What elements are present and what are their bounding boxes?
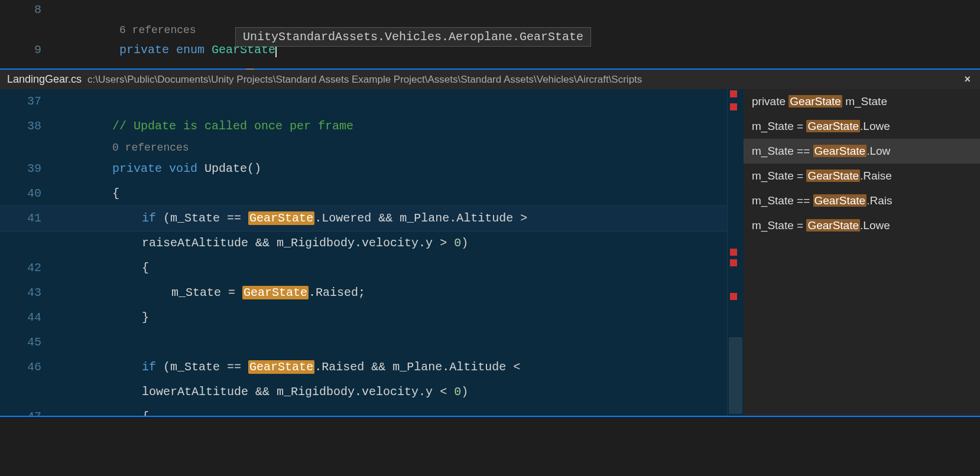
peek-file-name: LandingGear.cs xyxy=(7,73,82,86)
code-line-39: 39 private void Update() xyxy=(0,157,727,181)
keyword-enum: enum xyxy=(176,43,205,57)
line-number: 41 xyxy=(0,206,53,231)
scroll-marker xyxy=(730,90,737,97)
code-line-38: 38 // Update is called once per frame xyxy=(0,114,727,139)
reference-item[interactable]: m_State = GearState.Lowe xyxy=(744,114,980,139)
line-number: 40 xyxy=(0,181,53,206)
code-line-43: 43 m_State = GearState.Raised; xyxy=(0,281,727,305)
code-line-8: 8 xyxy=(0,0,980,20)
scroll-marker xyxy=(730,259,737,266)
reference-item[interactable]: private GearState m_State xyxy=(744,89,980,114)
code-line-46: 46 if (m_State == GearState.Raised && m_… xyxy=(0,355,727,380)
comment: // Update is called once per frame xyxy=(112,119,353,133)
code-line-46b: lowerAtAltitude && m_Rigidbody.velocity.… xyxy=(0,380,727,405)
highlighted-gearstate: GearState xyxy=(242,286,309,299)
references-panel[interactable]: private GearState m_State m_State = Gear… xyxy=(744,89,980,416)
line-number: 38 xyxy=(0,114,53,139)
peek-file-header: LandingGear.cs c:\Users\Public\Documents… xyxy=(0,70,980,89)
line-number: 43 xyxy=(0,281,53,305)
scrollbar-thumb[interactable] xyxy=(729,337,742,414)
code-lens-row[interactable]: 0 references xyxy=(0,139,727,157)
code-line-37: 37 xyxy=(0,89,727,114)
scroll-marker xyxy=(730,103,737,110)
line-number: 8 xyxy=(0,0,53,20)
scroll-marker xyxy=(730,293,737,300)
line-number: 42 xyxy=(0,256,53,281)
scrollbar-track[interactable] xyxy=(727,89,744,416)
peek-body: 37 38 // Update is called once per frame… xyxy=(0,89,980,417)
line-number: 9 xyxy=(0,40,53,60)
keyword-private: private xyxy=(119,43,169,57)
line-number: 39 xyxy=(0,157,53,181)
peek-code-editor[interactable]: 37 38 // Update is called once per frame… xyxy=(0,89,727,416)
reference-item[interactable]: m_State = GearState.Lowe xyxy=(744,213,980,238)
highlighted-gearstate: GearState xyxy=(248,211,314,225)
code-line-42: 42 { xyxy=(0,256,727,281)
code-line-47: 47 { xyxy=(0,405,727,416)
close-icon[interactable]: × xyxy=(964,73,971,86)
line-number: 44 xyxy=(0,305,53,330)
highlighted-gearstate: GearState xyxy=(248,360,314,374)
reference-item-selected[interactable]: m_State == GearState.Low xyxy=(744,139,980,164)
peek-file-path: c:\Users\Public\Documents\Unity Projects… xyxy=(87,74,642,86)
code-line-41b: raiseAtAltitude && m_Rigidbody.velocity.… xyxy=(0,231,727,256)
code-line-44: 44 } xyxy=(0,305,727,330)
code-line-40: 40 { xyxy=(0,181,727,206)
line-number: 47 xyxy=(0,405,53,416)
code-line-45: 45 xyxy=(0,330,727,355)
code-line-41-current[interactable]: 41 if (m_State == GearState.Lowered && m… xyxy=(0,206,727,231)
reference-item[interactable]: m_State = GearState.Raise xyxy=(744,164,980,188)
hover-tooltip: UnityStandardAssets.Vehicles.Aeroplane.G… xyxy=(235,27,591,47)
scroll-marker xyxy=(730,249,737,256)
line-number: 37 xyxy=(0,89,53,114)
line-number: 46 xyxy=(0,355,53,380)
line-number: 45 xyxy=(0,330,53,355)
reference-item[interactable]: m_State == GearState.Rais xyxy=(744,188,980,213)
code-lens[interactable]: 0 references xyxy=(112,142,189,154)
